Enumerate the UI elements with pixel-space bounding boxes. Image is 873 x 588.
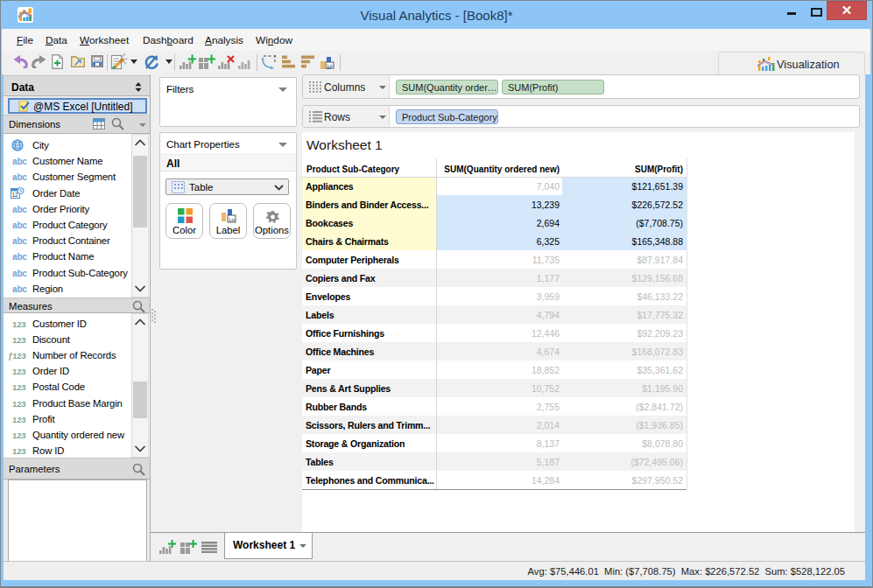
svg-text:Lo: Lo [229,217,236,222]
svg-text:Lo: Lo [327,63,333,68]
svg-text:12: 12 [12,192,18,198]
